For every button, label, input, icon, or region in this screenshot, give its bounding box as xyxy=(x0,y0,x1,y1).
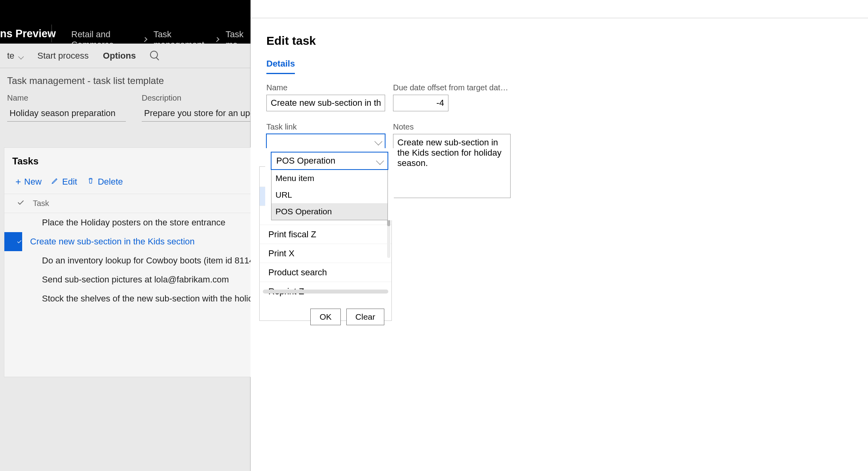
header-field-row: Name Description xyxy=(7,93,243,122)
btn-label: Delete xyxy=(98,177,123,187)
toolbar-item[interactable]: te xyxy=(0,51,30,61)
toolbar-label: te xyxy=(7,51,14,61)
ok-button[interactable]: OK xyxy=(310,309,340,325)
flyout-options: Menu item URL POS Operation xyxy=(271,170,388,220)
field-name: Name xyxy=(7,93,126,122)
top-header-bar: ns Preview Retail and Commerce Task mana… xyxy=(0,0,251,44)
page-body: Task management - task list template Nam… xyxy=(0,68,250,471)
chevron-down-icon xyxy=(376,157,384,165)
plus-icon xyxy=(15,176,21,187)
delete-button[interactable]: Delete xyxy=(87,176,123,187)
app-title-fragment: ns Preview xyxy=(0,28,56,40)
field-description: Description xyxy=(142,93,260,122)
flyout-selected-label: POS Operation xyxy=(276,156,335,166)
list-item[interactable]: Print fiscal Z xyxy=(260,225,391,244)
description-input[interactable] xyxy=(142,105,260,122)
field-label: Description xyxy=(142,93,260,103)
flyout-option-pos-operation[interactable]: POS Operation xyxy=(272,203,387,220)
select-all-checkbox[interactable] xyxy=(16,198,25,209)
chevron-down-icon xyxy=(376,139,381,146)
page-subtitle: Task management - task list template xyxy=(7,75,243,86)
tasklink-type-flyout: POS Operation Menu item URL POS Operatio… xyxy=(265,148,394,220)
pencil-icon xyxy=(51,177,59,187)
main-content-shadow: te Start process Options Task management… xyxy=(0,44,251,471)
column-header-task[interactable]: Task xyxy=(33,199,49,208)
edit-notes-textarea[interactable]: Create new sub-section in the Kids secti… xyxy=(393,134,511,198)
trash-icon xyxy=(87,177,95,187)
row-checkbox[interactable] xyxy=(4,232,22,251)
tab-details[interactable]: Details xyxy=(266,59,295,74)
field-name-group: Name xyxy=(266,83,385,111)
field-due-group: Due date offset from target date (+/- ..… xyxy=(393,83,448,111)
flyout-option-url[interactable]: URL xyxy=(272,187,387,203)
task-text: Place the Holiday posters on the store e… xyxy=(42,217,226,228)
field-notes-group: Notes Create new sub-section in the Kids… xyxy=(393,122,512,200)
edit-name-input[interactable] xyxy=(266,95,385,111)
lookup-buttons: OK Clear xyxy=(260,301,391,333)
task-text: Stock the shelves of the new sub-section… xyxy=(42,294,272,304)
panel-tabs: Details xyxy=(266,59,852,74)
chevron-down-icon xyxy=(18,53,24,59)
new-button[interactable]: New xyxy=(15,176,42,187)
flyout-selected[interactable]: POS Operation xyxy=(271,152,388,170)
btn-label: New xyxy=(24,177,42,187)
panel-title: Edit task xyxy=(266,34,852,48)
list-item[interactable]: Print X xyxy=(260,244,391,263)
flyout-option-menu-item[interactable]: Menu item xyxy=(272,170,387,187)
toolbar-start-process[interactable]: Start process xyxy=(30,51,96,61)
field-label: Name xyxy=(266,83,385,92)
toolbar-search[interactable] xyxy=(143,51,165,61)
btn-label: Edit xyxy=(62,177,77,187)
edit-due-input[interactable] xyxy=(393,95,448,111)
search-icon xyxy=(150,51,158,59)
header-divider xyxy=(51,25,52,42)
field-label: Name xyxy=(7,93,126,103)
task-text: Send sub-section pictures at lola@fabrik… xyxy=(42,275,229,285)
task-text: Create new sub-section in the Kids secti… xyxy=(30,236,195,247)
chevron-right-icon xyxy=(215,37,220,42)
field-label: Due date offset from target date (+/- ..… xyxy=(393,83,512,92)
toolbar-options[interactable]: Options xyxy=(96,51,143,61)
edit-button[interactable]: Edit xyxy=(51,176,77,187)
field-label: Task link xyxy=(266,122,385,132)
name-input[interactable] xyxy=(7,105,126,122)
hscroll-track[interactable] xyxy=(263,290,388,294)
list-item[interactable]: Product search xyxy=(260,263,391,282)
chevron-right-icon xyxy=(142,37,147,42)
task-text: Do an inventory lookup for Cowboy boots … xyxy=(42,256,262,266)
clear-button[interactable]: Clear xyxy=(346,309,384,325)
action-toolbar: te Start process Options xyxy=(0,44,250,68)
field-label: Notes xyxy=(393,122,512,132)
